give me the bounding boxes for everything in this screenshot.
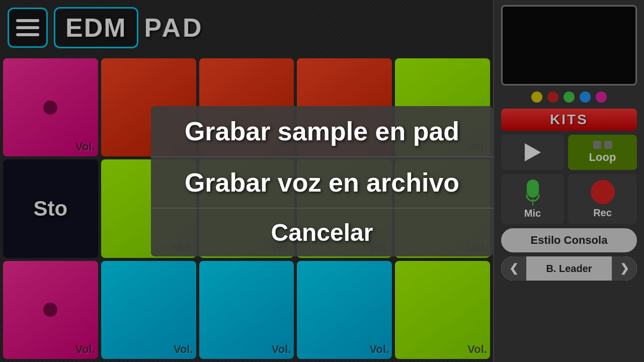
modal-cancel-text: Cancelar: [271, 219, 373, 246]
modal-dialog: Grabar sample en pad Grabar voz en archi…: [151, 106, 493, 256]
modal-option-2-text: Grabar voz en archivo: [185, 167, 459, 198]
modal-overlay: Grabar sample en pad Grabar voz en archi…: [0, 0, 644, 362]
modal-option-1-text: Grabar sample en pad: [185, 116, 459, 146]
modal-option-2[interactable]: Grabar voz en archivo: [151, 157, 493, 209]
modal-cancel[interactable]: Cancelar: [151, 209, 493, 256]
modal-option-1[interactable]: Grabar sample en pad: [151, 106, 493, 157]
